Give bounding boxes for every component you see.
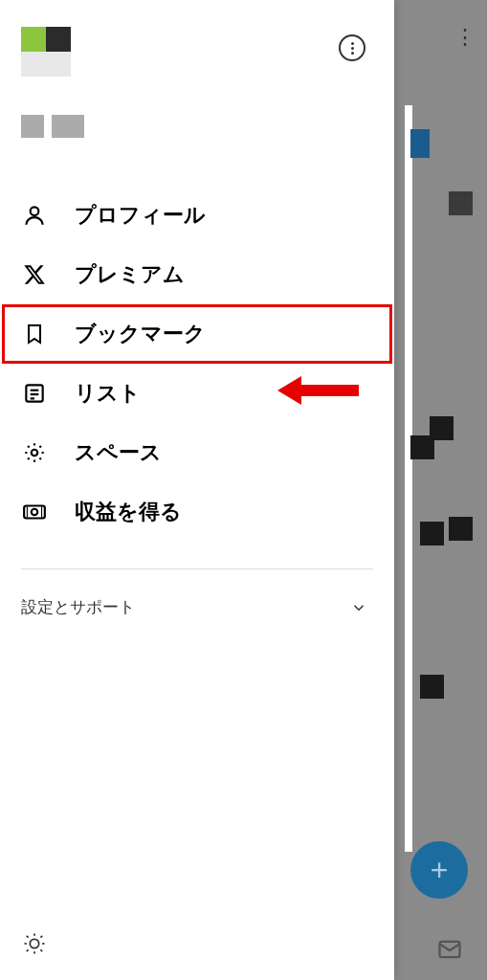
navigation-drawer: プロフィール プレミアム ブックマーク [0, 0, 394, 980]
username-display [21, 115, 373, 138]
compose-fab[interactable]: + [410, 841, 468, 899]
nav-label: ブックマーク [75, 320, 206, 348]
nav-label: プレミアム [75, 260, 185, 289]
nav-item-spaces[interactable]: スペース [0, 423, 394, 482]
nav-item-monetization[interactable]: 収益を得る [0, 482, 394, 542]
nav-label: リスト [75, 379, 141, 408]
nav-item-profile[interactable]: プロフィール [0, 186, 394, 245]
svg-point-1 [31, 207, 39, 215]
nav-item-bookmarks[interactable]: ブックマーク [2, 304, 392, 364]
bookmark-icon [21, 321, 48, 347]
censored-block [420, 675, 444, 699]
svg-point-9 [30, 939, 38, 947]
nav-label: スペース [75, 438, 162, 467]
spaces-icon [21, 439, 48, 466]
nav-list: プロフィール プレミアム ブックマーク [0, 157, 394, 542]
drawer-header [0, 0, 394, 157]
settings-support-row[interactable]: 設定とサポート [0, 569, 394, 618]
overflow-menu-icon[interactable]: ⋮ [454, 25, 476, 50]
censored-block [449, 517, 473, 541]
svg-line-17 [40, 936, 42, 938]
theme-toggle-icon[interactable] [21, 930, 394, 957]
background-strip [405, 105, 412, 852]
censored-block [420, 522, 444, 546]
censored-block [430, 416, 454, 440]
svg-line-12 [27, 936, 29, 938]
drawer-footer [0, 930, 394, 980]
censored-block [449, 191, 473, 215]
person-icon [21, 202, 48, 229]
settings-label: 設定とサポート [21, 596, 135, 618]
plus-icon: + [431, 853, 449, 888]
nav-label: プロフィール [75, 201, 206, 230]
avatar[interactable] [21, 27, 71, 77]
nav-label: 収益を得る [75, 498, 182, 526]
monetization-icon [21, 499, 48, 525]
svg-point-8 [32, 509, 38, 516]
account-switcher-icon[interactable] [339, 34, 365, 61]
svg-marker-18 [277, 376, 359, 405]
nav-item-premium[interactable]: プレミアム [0, 245, 394, 304]
x-logo-icon [21, 261, 48, 288]
mail-icon[interactable] [436, 936, 463, 963]
svg-line-13 [40, 949, 42, 951]
list-icon [21, 380, 48, 407]
annotation-arrow-icon [277, 371, 364, 410]
svg-point-6 [32, 450, 38, 457]
chevron-down-icon [350, 599, 367, 616]
svg-line-16 [27, 949, 29, 951]
censored-block [410, 129, 430, 158]
